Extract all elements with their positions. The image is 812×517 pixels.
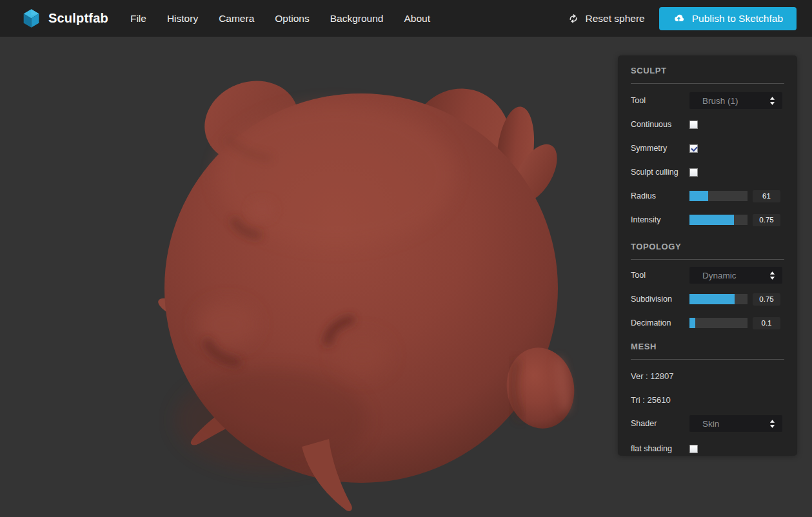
select-arrows-icon <box>769 97 775 105</box>
shader-select[interactable]: Skin <box>689 415 782 432</box>
model-dimple-center-light <box>335 333 390 377</box>
sculpt-tool-select[interactable]: Brush (1) <box>689 92 782 109</box>
publish-label: Publish to Sketchfab <box>692 13 783 24</box>
topology-tool-row: Tool Dynamic <box>631 267 784 284</box>
divider <box>631 259 784 260</box>
brand: Sculptfab <box>23 8 108 28</box>
flat-shading-checkbox[interactable] <box>689 445 698 453</box>
shader-row: Shader Skin <box>631 415 784 432</box>
sculpt-culling-checkbox[interactable] <box>689 168 698 177</box>
select-arrows-icon <box>769 420 775 428</box>
subdivision-slider[interactable] <box>689 294 748 304</box>
flat-shading-row: flat shading <box>631 440 784 457</box>
intensity-label: Intensity <box>631 215 689 224</box>
menu-item-history[interactable]: History <box>157 6 208 31</box>
menu-item-background[interactable]: Background <box>320 6 394 31</box>
intensity-value[interactable]: 0.75 <box>753 214 780 226</box>
topology-tool-label: Tool <box>631 271 689 280</box>
refresh-icon <box>568 14 579 24</box>
intensity-row: Intensity 0.75 <box>631 211 784 228</box>
continuous-checkbox[interactable] <box>689 121 698 129</box>
decimation-value[interactable]: 0.1 <box>753 317 780 329</box>
reset-sphere-label: Reset sphere <box>585 13 644 24</box>
menu-item-camera[interactable]: Camera <box>208 6 264 31</box>
settings-panel: SCULPT Tool Brush (1) Continuous Symmetr… <box>618 55 797 456</box>
decimation-slider-fill <box>689 318 695 328</box>
vertices-count: Ver : 12807 <box>631 370 784 383</box>
reset-sphere-button[interactable]: Reset sphere <box>568 13 644 24</box>
sculpt-tool-value: Brush (1) <box>702 96 769 106</box>
cloud-upload-icon <box>673 14 685 23</box>
shader-label: Shader <box>631 419 689 428</box>
triangles-count: Tri : 25610 <box>631 394 784 407</box>
model-top-highlight <box>216 104 455 246</box>
divider <box>631 83 784 84</box>
subdivision-value[interactable]: 0.75 <box>753 293 780 306</box>
topology-tool-select[interactable]: Dynamic <box>689 267 782 284</box>
sculptfab-logo-icon <box>23 8 40 28</box>
sculpt-culling-row: Sculpt culling <box>631 164 784 180</box>
model-dimple-upper-light <box>249 199 275 220</box>
radius-label: Radius <box>631 191 689 200</box>
radius-slider[interactable] <box>689 191 748 201</box>
radius-row: Radius 61 <box>631 188 784 204</box>
symmetry-row: Symmetry <box>631 140 784 157</box>
intensity-slider-fill <box>689 215 734 225</box>
menu-item-file[interactable]: File <box>120 6 157 31</box>
radius-value[interactable]: 61 <box>753 190 780 202</box>
sculpt-tool-row: Tool Brush (1) <box>631 92 784 109</box>
shader-value: Skin <box>702 419 769 429</box>
symmetry-checkbox[interactable] <box>689 144 698 153</box>
continuous-label: Continuous <box>631 120 689 129</box>
menu-item-options[interactable]: Options <box>264 6 319 31</box>
subdivision-label: Subdivision <box>631 295 689 304</box>
top-navbar: Sculptfab File History Camera Options Ba… <box>0 0 812 37</box>
topology-tool-value: Dynamic <box>702 271 769 280</box>
divider <box>631 359 784 360</box>
menu-item-about[interactable]: About <box>393 6 441 31</box>
sculpted-model[interactable] <box>158 68 580 511</box>
symmetry-label: Symmetry <box>631 144 689 153</box>
decimation-row: Decimation 0.1 <box>631 315 784 331</box>
decimation-slider[interactable] <box>689 318 748 328</box>
section-title-mesh: MESH <box>631 342 784 351</box>
section-title-sculpt: SCULPT <box>631 66 784 75</box>
continuous-row: Continuous <box>631 116 784 133</box>
radius-slider-fill <box>689 191 708 201</box>
select-arrows-icon <box>769 271 775 280</box>
subdivision-row: Subdivision 0.75 <box>631 291 784 307</box>
main-menu: File History Camera Options Background A… <box>120 6 441 31</box>
flat-shading-label: flat shading <box>631 444 689 453</box>
decimation-label: Decimation <box>631 318 689 327</box>
section-title-topology: TOPOLOGY <box>631 242 784 251</box>
subdivision-slider-fill <box>689 294 735 304</box>
sculpt-culling-label: Sculpt culling <box>631 168 689 177</box>
intensity-slider[interactable] <box>689 215 748 225</box>
model-lower-shadow <box>174 369 368 472</box>
publish-to-sketchfab-button[interactable]: Publish to Sketchfab <box>659 7 797 30</box>
navbar-right: Reset sphere Publish to Sketchfab <box>568 7 812 30</box>
brand-title: Sculptfab <box>48 11 108 26</box>
sculpt-tool-label: Tool <box>631 96 689 105</box>
